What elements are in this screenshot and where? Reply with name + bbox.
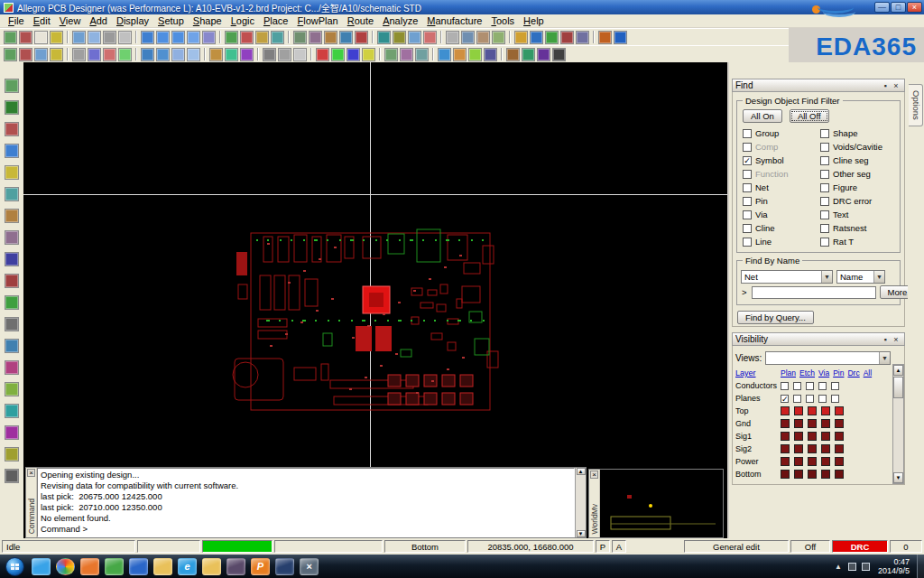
- find-filter-comp[interactable]: Comp: [741, 140, 818, 154]
- checkbox[interactable]: [743, 129, 752, 138]
- column-link-drc[interactable]: Drc: [847, 368, 859, 378]
- menu-flowplan[interactable]: FlowPlan: [292, 15, 342, 26]
- toolbar1-icon-24[interactable]: [339, 31, 353, 44]
- visibility-color-box[interactable]: [835, 432, 844, 441]
- visibility-color-box[interactable]: [781, 419, 790, 428]
- toolbar1-icon-40[interactable]: [560, 31, 574, 44]
- toolbar1-icon-34[interactable]: [476, 31, 490, 44]
- toolbar2-icon-3[interactable]: [50, 48, 63, 61]
- visibility-color-box[interactable]: [835, 457, 844, 466]
- minimize-button[interactable]: —: [874, 2, 890, 13]
- menu-setup[interactable]: Setup: [153, 15, 189, 26]
- toolbar2-icon-12[interactable]: [171, 48, 185, 61]
- taskbar-icon-firefox[interactable]: [80, 558, 99, 575]
- toolbar1-icon-16[interactable]: [225, 31, 238, 44]
- column-link-via[interactable]: Via: [818, 368, 829, 378]
- leftrail-icon-16[interactable]: [5, 425, 19, 440]
- checkbox[interactable]: [743, 143, 752, 152]
- tab-worldview[interactable]: WorldMv: [590, 504, 599, 534]
- find-filter-line[interactable]: Line: [741, 235, 818, 248]
- toolbar2-icon-33[interactable]: [453, 48, 467, 61]
- maximize-button[interactable]: □: [891, 2, 906, 13]
- visibility-color-box[interactable]: [808, 432, 817, 441]
- visibility-color-box[interactable]: [781, 470, 790, 479]
- toolbar2-icon-5[interactable]: [72, 48, 86, 61]
- checkbox[interactable]: [743, 238, 752, 247]
- find-filter-text[interactable]: Text: [818, 208, 896, 221]
- world-view-canvas[interactable]: [600, 470, 723, 537]
- toolbar1-icon-17[interactable]: [240, 31, 254, 44]
- taskbar-icon-pads[interactable]: P: [251, 558, 270, 575]
- find-type-select[interactable]: Net ▼: [741, 270, 833, 284]
- visibility-checkbox[interactable]: [806, 382, 814, 390]
- toolbar2-icon-11[interactable]: [156, 48, 170, 61]
- console-scrollbar[interactable]: ▲ ▼: [575, 468, 586, 537]
- close-icon[interactable]: ×: [891, 81, 901, 90]
- toolbar1-icon-33[interactable]: [461, 31, 475, 44]
- toolbar2-icon-39[interactable]: [537, 48, 550, 61]
- toolbar1-icon-43[interactable]: [598, 31, 612, 44]
- toolbar2-icon-15[interactable]: [209, 48, 223, 61]
- toolbar2-icon-10[interactable]: [141, 48, 154, 61]
- toolbar2-icon-17[interactable]: [240, 48, 254, 61]
- menu-tools[interactable]: Tools: [486, 15, 519, 26]
- toolbar2-icon-8[interactable]: [118, 48, 132, 61]
- menu-analyze[interactable]: Analyze: [378, 15, 422, 26]
- taskbar-icon-ie[interactable]: e: [178, 558, 197, 575]
- toolbar1-icon-35[interactable]: [492, 31, 505, 44]
- toolbar2-icon-16[interactable]: [225, 48, 238, 61]
- toolbar1-icon-18[interactable]: [255, 31, 269, 44]
- scrollbar-thumb[interactable]: [893, 377, 903, 398]
- taskbar-icon-messenger[interactable]: [32, 558, 51, 575]
- visibility-color-box[interactable]: [808, 444, 817, 453]
- leftrail-icon-1[interactable]: [5, 100, 19, 115]
- toolbar1-icon-25[interactable]: [355, 31, 368, 44]
- visibility-color-box[interactable]: [808, 470, 817, 479]
- tray-volume-icon[interactable]: [862, 563, 870, 571]
- toolbar1-icon-14[interactable]: [202, 31, 216, 44]
- visibility-scrollbar[interactable]: ▲ ▼: [892, 364, 904, 484]
- menu-add[interactable]: Add: [85, 15, 112, 26]
- menu-route[interactable]: Route: [343, 15, 378, 26]
- menu-display[interactable]: Display: [112, 15, 153, 26]
- visibility-checkbox[interactable]: [793, 382, 801, 390]
- leftrail-icon-4[interactable]: [5, 165, 19, 180]
- checkbox[interactable]: [820, 210, 829, 219]
- find-filter-function[interactable]: Function: [741, 167, 818, 181]
- chevron-down-icon[interactable]: ▼: [821, 271, 832, 283]
- leftrail-icon-15[interactable]: [5, 404, 19, 418]
- toolbar1-icon-12[interactable]: [171, 31, 185, 44]
- find-filter-cline[interactable]: Cline: [741, 221, 818, 235]
- toolbar2-icon-29[interactable]: [400, 48, 413, 61]
- checkbox[interactable]: [820, 129, 829, 138]
- toolbar2-icon-0[interactable]: [4, 48, 17, 61]
- taskbar-icon-dark-app[interactable]: [226, 558, 245, 575]
- find-mode-select[interactable]: Name ▼: [836, 270, 885, 284]
- all-off-button[interactable]: All Off: [790, 109, 829, 123]
- menu-help[interactable]: Help: [519, 15, 549, 26]
- taskbar-icon-chrome[interactable]: [56, 558, 75, 575]
- visibility-color-box[interactable]: [794, 406, 803, 415]
- menu-file[interactable]: File: [4, 15, 29, 26]
- pin-icon[interactable]: ▪: [880, 335, 891, 344]
- scroll-up-icon[interactable]: ▲: [577, 468, 586, 475]
- visibility-checkbox[interactable]: [818, 395, 827, 403]
- menu-view[interactable]: View: [55, 15, 86, 26]
- toolbar1-icon-0[interactable]: [4, 31, 17, 44]
- toolbar1-icon-2[interactable]: [34, 31, 48, 44]
- find-filter-net[interactable]: Net: [741, 181, 818, 194]
- taskbar-icon-folder[interactable]: [153, 558, 172, 575]
- toolbar2-icon-28[interactable]: [384, 48, 398, 61]
- toolbar1-icon-29[interactable]: [408, 31, 421, 44]
- column-link-etch[interactable]: Etch: [799, 368, 815, 378]
- find-filter-figure[interactable]: Figure: [818, 181, 896, 194]
- toolbar1-icon-21[interactable]: [293, 31, 307, 44]
- find-filter-group[interactable]: Group: [741, 126, 818, 140]
- all-on-button[interactable]: All On: [743, 109, 782, 123]
- leftrail-icon-2[interactable]: [5, 122, 19, 136]
- taskbar-icon-media-player[interactable]: [129, 558, 148, 575]
- visibility-color-box[interactable]: [781, 444, 790, 453]
- find-filter-rat-t[interactable]: Rat T: [818, 235, 896, 248]
- leftrail-icon-18[interactable]: [5, 469, 19, 483]
- visibility-color-box[interactable]: [794, 432, 803, 441]
